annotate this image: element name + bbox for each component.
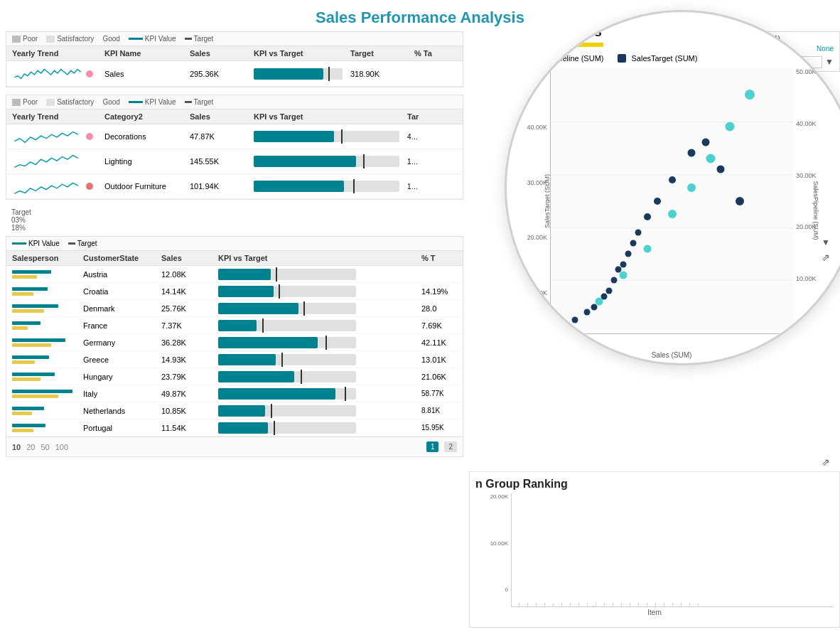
sp-sales-france: 7.37K [161,321,218,330]
bar-light [254,156,407,167]
sp-sales-italy: 49.87K [161,390,218,398]
pagination: 10 20 50 100 1 2 [6,436,463,456]
dot-t-3 [644,245,652,252]
dot-sales [86,70,93,77]
sp-pct-denmark: 28.0 [421,304,457,313]
tar-light: 1… [407,158,457,166]
sp-state-germany: Germany [83,338,161,347]
ranking-x-axis-label: Item [475,609,834,616]
kpi-bar-fill-croatia [218,286,274,297]
sp-bar-cell-italy [218,388,365,400]
sp-row-croatia: Croatia 14.14K 14.19% [6,283,463,300]
tar-deco: 4… [407,133,457,141]
export-icon-2[interactable]: ⇗ [822,456,830,468]
sp-sales-denmark: 25.76K [161,304,218,313]
bar-fill-outdoor [254,181,344,192]
sparkline-svg-outdoor [12,176,83,196]
page-size-100[interactable]: 100 [55,443,68,451]
sp-bars-austria [12,269,83,280]
dot-t-4 [668,210,677,218]
sp-bar-y-portugal [12,429,33,432]
target-outdoor [353,179,355,193]
kpi-label-2: KPI Value [145,98,176,106]
salesperson-section: KPI Value Target Salesperson CustomerSta… [6,236,463,457]
sparkline-cell-1 [12,64,104,84]
cat-outdoor: Outdoor Furniture [104,182,190,191]
col-kpi-vs-target: KPI vs Target [254,49,350,58]
corr-label-pipeline: SalesPipeline (SUM) [532,54,603,63]
kpi-table-1: Poor Satisfactory Good KPI Value Target [6,31,463,87]
kpi-row-outdoor: Outdoor Furniture 101.94K 1… [6,174,463,199]
page-size-10[interactable]: 10 [12,443,21,451]
sp-bar-y-germany [12,343,51,347]
sp-bars-italy [12,388,83,400]
kpi-bar-fill-italy [218,388,335,400]
sp-bar-cell-croatia [218,286,365,297]
target-greece [281,353,283,367]
target-hungary [301,370,302,384]
sp-state-austria: Austria [83,270,161,279]
sp-bar-t-netherlands [12,407,44,410]
export-icon-1[interactable]: ⇗ [822,252,830,263]
dot-n-16 [687,149,695,157]
ranking-label-23: Lounger [694,602,709,606]
col2-category: Category2 [104,112,190,121]
sp-bar-cell-germany [218,337,365,348]
sp-bar-y-italy [12,395,58,398]
sp-col-state: CustomerState [83,254,161,262]
filter-funnel-icon[interactable]: ▼ [825,57,834,67]
legend-good: Good [102,35,119,43]
sp-bars-germany [12,337,83,348]
page-1-btn[interactable]: 1 [426,441,439,452]
sp-bar-t-germany [12,338,65,342]
sp-state-netherlands: Netherlands [83,407,161,415]
sp-kpi-line [12,242,26,245]
sp-state-croatia: Croatia [83,287,161,296]
dot-n-12 [635,230,641,236]
page-2-btn[interactable]: 2 [444,441,457,452]
target-netherlands [271,404,272,418]
left-panel: Poor Satisfactory Good KPI Value Target [0,31,469,628]
target-label: Target [194,35,214,43]
sp-state-portugal: Portugal [83,424,161,432]
sp-pct-germany: 42.11K [421,338,457,347]
target-portugal [274,421,275,435]
x-axis-label: Sales (SUM) [652,351,692,359]
sp-row-greece: Greece 14.93K 13.01K [6,351,463,368]
corr-yellow-bar [518,43,603,47]
corr-dot-target [618,54,626,63]
sp-bars-netherlands [12,405,83,417]
target-line-1 [328,67,330,81]
sparkline-light [12,151,104,171]
kpi-bar-hungary [218,371,356,382]
filter-icon-right[interactable]: ▼ [822,237,830,247]
sp-table-header: Salesperson CustomerState Sales KPI vs T… [6,251,463,266]
target-denmark [303,301,305,316]
bar-deco [254,131,407,142]
kpi-bar-deco [254,131,399,142]
chart-border [550,68,793,334]
sp-bar-cell-austria [218,269,365,280]
cat-light: Lighting [104,157,190,166]
satisfactory-box-2 [46,99,55,106]
correlations-overlay: Correlations SalesPipeline (SUM) SalesTa… [505,10,840,365]
dot-t-2 [620,271,628,279]
sp-bar-t-austria [12,270,51,274]
col2-yearly-trend: Yearly Trend [12,112,104,121]
page-size-50[interactable]: 50 [41,443,50,451]
sp-bar-t-hungary [12,373,55,376]
corr-legend: SalesPipeline (SUM) SalesTarget (SUM) [518,54,840,63]
sp-bar-cell-denmark [218,303,365,314]
page-size-20[interactable]: 20 [26,443,35,451]
sp-bars-greece [12,354,83,365]
ranking-chart-area: Sales (SUM) Floor UpjighterTable ITReadi… [511,493,834,607]
legend-target: Target [185,35,214,43]
dot-n-7 [610,277,617,284]
filter-none-btn[interactable]: None [817,45,834,53]
corr-legend-pipeline: SalesPipeline (SUM) [518,54,603,63]
kpi-bar-fill-netherlands [218,405,265,417]
dot-t-8 [745,90,755,100]
cat-deco: Decorations [104,132,190,141]
sp-state-france: France [83,321,161,330]
ranking-bars-container [512,493,834,578]
